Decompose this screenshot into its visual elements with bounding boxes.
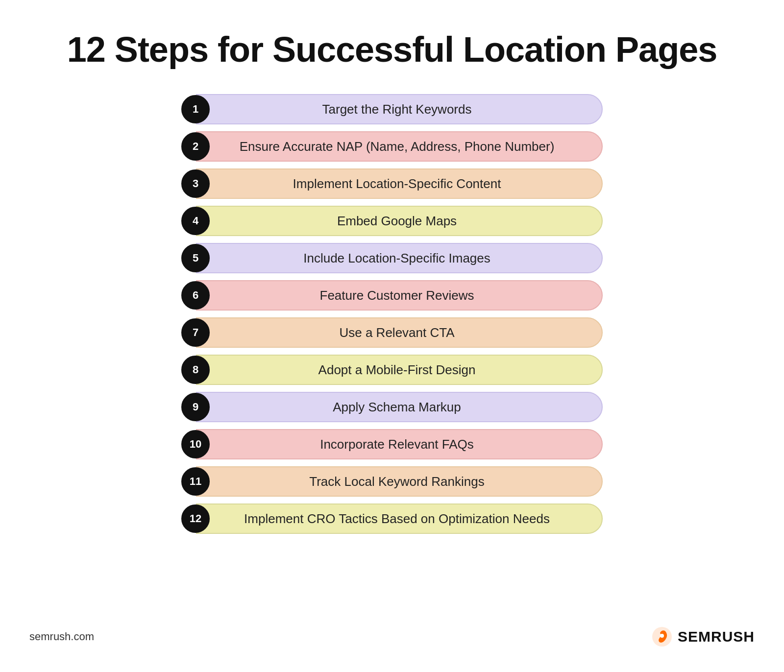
footer: semrush.com SEMRUSH — [0, 611, 784, 652]
step-label-10: Incorporate Relevant FAQs — [196, 429, 603, 459]
step-row-2: 2Ensure Accurate NAP (Name, Address, Pho… — [181, 131, 603, 162]
step-number-6: 6 — [181, 281, 210, 310]
step-label-11: Track Local Keyword Rankings — [196, 466, 603, 497]
step-label-9: Apply Schema Markup — [196, 392, 603, 422]
step-label-6: Feature Customer Reviews — [196, 280, 603, 311]
step-number-1: 1 — [181, 95, 210, 123]
step-number-7: 7 — [181, 318, 210, 347]
svg-point-1 — [660, 634, 664, 638]
page-title: 12 Steps for Successful Location Pages — [67, 29, 717, 70]
step-label-4: Embed Google Maps — [196, 206, 603, 236]
step-number-10: 10 — [181, 430, 210, 458]
step-label-7: Use a Relevant CTA — [196, 317, 603, 348]
step-number-9: 9 — [181, 393, 210, 421]
step-label-12: Implement CRO Tactics Based on Optimizat… — [196, 504, 603, 534]
step-number-12: 12 — [181, 504, 210, 533]
step-row-1: 1Target the Right Keywords — [181, 94, 603, 124]
step-row-3: 3Implement Location-Specific Content — [181, 168, 603, 199]
step-number-5: 5 — [181, 244, 210, 272]
step-row-6: 6Feature Customer Reviews — [181, 280, 603, 311]
step-label-8: Adopt a Mobile-First Design — [196, 355, 603, 385]
step-number-11: 11 — [181, 467, 210, 496]
step-label-5: Include Location-Specific Images — [196, 243, 603, 273]
semrush-brand-text: SEMRUSH — [678, 628, 755, 645]
step-row-4: 4Embed Google Maps — [181, 206, 603, 236]
step-row-10: 10Incorporate Relevant FAQs — [181, 429, 603, 459]
step-row-7: 7Use a Relevant CTA — [181, 317, 603, 348]
step-number-2: 2 — [181, 132, 210, 161]
step-number-3: 3 — [181, 169, 210, 198]
step-row-5: 5Include Location-Specific Images — [181, 243, 603, 273]
step-row-8: 8Adopt a Mobile-First Design — [181, 355, 603, 385]
semrush-icon — [651, 626, 673, 648]
step-row-12: 12Implement CRO Tactics Based on Optimiz… — [181, 504, 603, 534]
step-label-3: Implement Location-Specific Content — [196, 168, 603, 199]
semrush-logo: SEMRUSH — [651, 626, 755, 648]
step-label-1: Target the Right Keywords — [196, 94, 603, 124]
steps-list: 1Target the Right Keywords2Ensure Accura… — [181, 94, 603, 534]
step-label-2: Ensure Accurate NAP (Name, Address, Phon… — [196, 131, 603, 162]
step-number-8: 8 — [181, 356, 210, 384]
footer-url: semrush.com — [29, 630, 94, 643]
step-row-11: 11Track Local Keyword Rankings — [181, 466, 603, 497]
step-row-9: 9Apply Schema Markup — [181, 392, 603, 422]
step-number-4: 4 — [181, 207, 210, 235]
